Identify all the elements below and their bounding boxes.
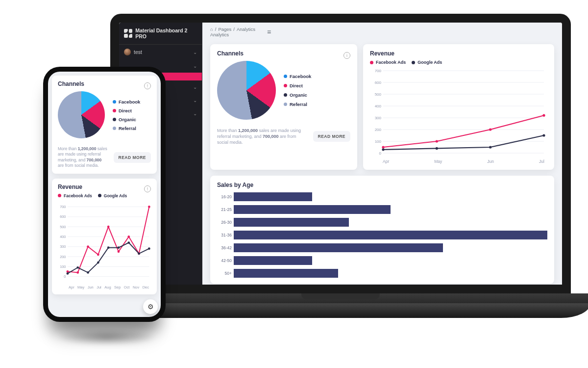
svg-point-54	[118, 246, 120, 249]
svg-text:500: 500	[60, 225, 66, 229]
svg-point-40	[67, 270, 69, 273]
brand-label: Material Dashboard 2 PRO	[135, 27, 197, 39]
svg-point-49	[67, 272, 69, 275]
svg-text:0: 0	[379, 151, 382, 156]
chevron-down-icon: ⌄	[193, 50, 197, 55]
sales-age-bars: 16-2021-2526-3031-3636-4242-5050+	[217, 190, 547, 278]
svg-point-51	[87, 271, 89, 274]
revenue-title: Revenue	[370, 50, 394, 57]
info-icon[interactable]: i	[343, 52, 350, 59]
channels-legend: Facebook Direct Organic Referral	[284, 74, 311, 107]
svg-text:400: 400	[375, 104, 382, 108]
phone-revenue-card: Revenue ! Facebook Ads Google Ads 010020…	[52, 179, 157, 294]
svg-point-21	[436, 147, 438, 150]
settings-fab[interactable]: ⚙	[143, 299, 158, 314]
svg-text:600: 600	[60, 214, 66, 219]
topbar: ⌂ / Pages / Analytics Analytics ≡	[202, 23, 562, 39]
svg-point-45	[118, 250, 120, 253]
channels-pie-chart	[58, 91, 105, 138]
svg-text:400: 400	[60, 235, 66, 239]
svg-point-42	[87, 245, 89, 248]
svg-point-53	[107, 246, 110, 249]
home-icon[interactable]: ⌂	[210, 26, 213, 32]
svg-point-17	[436, 140, 438, 142]
svg-point-50	[76, 266, 79, 269]
svg-text:100: 100	[60, 264, 66, 269]
svg-text:0: 0	[64, 274, 66, 279]
phone-channels-card: Channels ! Facebook Direct Organic Refer…	[52, 76, 157, 174]
svg-point-16	[382, 146, 384, 148]
breadcrumb-page[interactable]: Analytics	[237, 26, 255, 32]
chevron-down-icon: ⌄	[193, 98, 197, 103]
sales-age-card: Sales by Age 16-2021-2526-3031-3636-4242…	[210, 176, 554, 284]
svg-text:200: 200	[375, 128, 382, 132]
svg-text:300: 300	[375, 116, 382, 120]
laptop-mockup: Material Dashboard 2 PRO test ⌄ ⌄ ⌄ ⌄ ⌄	[110, 14, 571, 328]
svg-point-20	[382, 148, 384, 151]
svg-point-56	[138, 252, 140, 255]
brand[interactable]: Material Dashboard 2 PRO	[119, 23, 202, 45]
chevron-down-icon: ⌄	[193, 63, 197, 69]
revenue-card: Revenue Facebook Ads Google Ads 01002003…	[363, 44, 554, 170]
brand-icon	[124, 29, 132, 38]
svg-point-22	[489, 146, 491, 148]
channels-note: More than 1,200,000 sales are made using…	[217, 128, 308, 145]
chevron-down-icon: ⌄	[193, 84, 197, 90]
svg-point-46	[127, 236, 130, 238]
revenue-title: Revenue	[58, 184, 82, 190]
svg-point-48	[148, 206, 150, 208]
svg-point-44	[107, 226, 110, 228]
channels-pie-chart	[217, 61, 276, 120]
read-more-button[interactable]: READ MORE	[313, 131, 350, 142]
channels-card: Channels i Facebook Direct Organic Refer…	[210, 44, 357, 170]
svg-text:100: 100	[375, 139, 382, 144]
sidebar-user-label: test	[134, 49, 142, 55]
svg-point-52	[97, 262, 99, 264]
svg-text:700: 700	[60, 205, 66, 209]
avatar	[124, 49, 131, 55]
gear-icon: ⚙	[147, 303, 154, 311]
svg-text:200: 200	[60, 255, 66, 259]
info-icon[interactable]: !	[144, 185, 151, 192]
laptop-screen: Material Dashboard 2 PRO test ⌄ ⌄ ⌄ ⌄ ⌄	[110, 14, 571, 293]
revenue-line-chart: 0100200300400500600700	[58, 201, 151, 282]
chevron-down-icon: ⌄	[193, 111, 197, 116]
svg-text:500: 500	[375, 92, 382, 97]
svg-point-19	[542, 114, 545, 117]
svg-point-23	[542, 134, 545, 136]
hamburger-icon[interactable]: ≡	[267, 28, 271, 36]
revenue-line-chart: 0100200300400500600700	[370, 68, 547, 156]
sales-age-title: Sales by Age	[217, 182, 547, 188]
read-more-button[interactable]: READ MORE	[114, 152, 151, 163]
svg-point-55	[127, 241, 130, 244]
channels-note: More than 1,200,000 sales are made using…	[58, 146, 109, 169]
svg-point-57	[148, 247, 150, 250]
main-content: ⌂ / Pages / Analytics Analytics ≡ Channe…	[202, 23, 562, 285]
breadcrumb[interactable]: ⌂ / Pages / Analytics	[210, 26, 255, 32]
channels-title: Channels	[217, 50, 244, 57]
info-icon[interactable]: !	[144, 82, 151, 89]
page-title: Analytics	[210, 32, 229, 37]
svg-point-18	[489, 128, 491, 131]
svg-point-41	[76, 271, 79, 274]
breadcrumb-root[interactable]: Pages	[218, 26, 231, 32]
sidebar-user[interactable]: test ⌄	[119, 45, 202, 59]
phone-screen: Channels ! Facebook Direct Organic Refer…	[48, 72, 161, 317]
svg-text:300: 300	[60, 244, 66, 249]
phone-mockup: Channels ! Facebook Direct Organic Refer…	[43, 67, 166, 322]
channels-title: Channels	[58, 80, 84, 87]
svg-point-43	[97, 253, 99, 256]
svg-text:600: 600	[375, 80, 382, 85]
svg-text:700: 700	[375, 69, 382, 73]
